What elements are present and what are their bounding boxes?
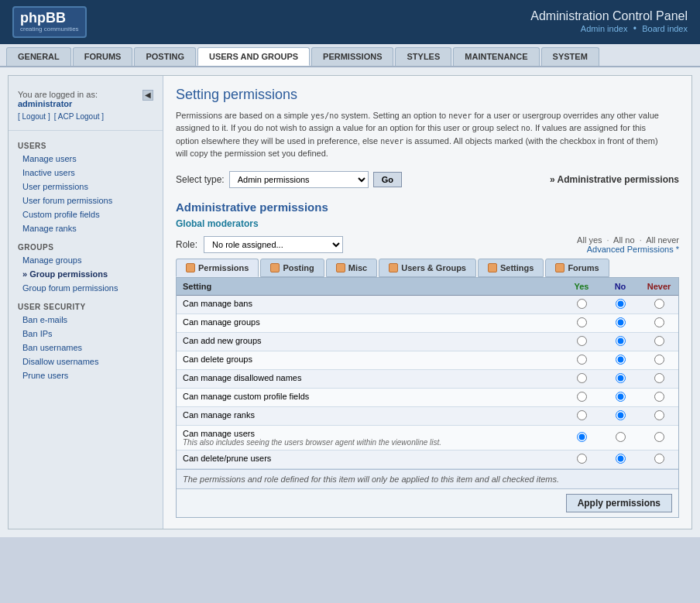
advanced-permissions-link[interactable]: Advanced Permissions * — [587, 245, 679, 254]
select-type-select[interactable]: Admin permissions User permissions Forum… — [229, 171, 369, 188]
perm-label: Can add new groups — [177, 332, 562, 351]
nav-tab-system[interactable]: SYSTEM — [541, 47, 599, 66]
subsection-title: Global moderators — [176, 218, 679, 229]
perm-radio-never — [640, 425, 678, 450]
nav-tab-users-and-groups[interactable]: USERS AND GROUPS — [197, 47, 310, 66]
tab-icon-users-groups — [389, 263, 398, 272]
sidebar-link-user-forum-permissions[interactable]: User forum permissions — [9, 194, 163, 207]
radio-yes-4[interactable] — [577, 373, 587, 383]
radio-no-2[interactable] — [616, 336, 626, 346]
sidebar-link-ban-e-mails[interactable]: Ban e-mails — [9, 313, 163, 327]
go-button[interactable]: Go — [373, 172, 402, 187]
sidebar-section-title-users: USERS — [9, 137, 163, 152]
radio-no-3[interactable] — [616, 355, 626, 365]
all-yes-link[interactable]: All yes — [577, 235, 602, 245]
table-row: Can manage bans — [177, 295, 678, 313]
content-area: You are logged in as: administrator [ Lo… — [8, 75, 692, 529]
radio-never-3[interactable] — [654, 355, 664, 365]
perm-radio-no — [601, 295, 640, 313]
nav-tab-posting[interactable]: POSTING — [134, 47, 196, 66]
perm-radio-no — [601, 425, 640, 450]
radio-yes-5[interactable] — [577, 392, 587, 402]
perm-radio-no — [601, 313, 640, 332]
perm-radio-yes — [562, 332, 601, 351]
sidebar-link-ban-ips[interactable]: Ban IPs — [9, 327, 163, 341]
tab-icon-misc — [336, 263, 345, 272]
select-type-left: Select type: Admin permissions User perm… — [176, 171, 402, 188]
nav-tab-styles[interactable]: STYLES — [395, 47, 451, 66]
radio-yes-3[interactable] — [577, 355, 587, 365]
sidebar-link-manage-users[interactable]: Manage users — [9, 152, 163, 166]
sidebar-link-user-permissions[interactable]: User permissions — [9, 180, 163, 194]
table-row: Can delete/prune users — [177, 450, 678, 468]
perm-tab-settings[interactable]: Settings — [478, 259, 544, 277]
role-select[interactable]: No role assigned... — [204, 236, 343, 253]
perm-radio-yes — [562, 388, 601, 406]
radio-yes-7[interactable] — [577, 432, 587, 442]
perm-radio-never — [640, 406, 678, 425]
sidebar-section-title-groups: GROUPS — [9, 238, 163, 253]
sidebar-link-prune-users[interactable]: Prune users — [9, 368, 163, 382]
header: phpBBcreating communities Administration… — [0, 0, 700, 44]
nav-tab-forums[interactable]: FORUMS — [73, 47, 133, 66]
radio-never-4[interactable] — [654, 373, 664, 383]
nav-tab-maintenance[interactable]: MAINTENANCE — [453, 47, 539, 66]
perm-tab-users-groups[interactable]: Users & Groups — [379, 259, 476, 277]
radio-never-7[interactable] — [654, 432, 664, 442]
radio-no-7[interactable] — [616, 432, 626, 442]
perm-tab-label-misc: Misc — [348, 263, 367, 272]
nav-tabs: GENERALFORUMSPOSTINGUSERS AND GROUPSPERM… — [0, 44, 700, 67]
radio-never-0[interactable] — [654, 299, 664, 309]
sidebar-link-custom-profile-fields[interactable]: Custom profile fields — [9, 207, 163, 221]
radio-no-5[interactable] — [616, 392, 626, 402]
all-no-link[interactable]: All no — [613, 235, 635, 245]
sidebar-link-group-permissions[interactable]: Group permissions — [9, 267, 163, 281]
admin-index-link[interactable]: Admin index — [581, 24, 628, 33]
tab-icon-settings — [488, 263, 497, 272]
radio-never-1[interactable] — [654, 317, 664, 327]
perm-radio-no — [601, 388, 640, 406]
sidebar-link-manage-groups[interactable]: Manage groups — [9, 253, 163, 267]
sidebar-collapse-btn[interactable]: ◀ — [142, 90, 153, 101]
sidebar-link-group-forum-permissions[interactable]: Group forum permissions — [9, 281, 163, 295]
all-never-link[interactable]: All never — [646, 235, 679, 245]
radio-yes-6[interactable] — [577, 410, 587, 420]
nav-tab-general[interactable]: GENERAL — [6, 47, 71, 66]
radio-no-4[interactable] — [616, 373, 626, 383]
perm-radio-yes — [562, 425, 601, 450]
radio-no-6[interactable] — [616, 410, 626, 420]
col-yes: Yes — [562, 278, 601, 296]
sidebar-link-manage-ranks[interactable]: Manage ranks — [9, 221, 163, 235]
logout-link[interactable]: [ Logout ] — [18, 112, 50, 121]
radio-never-6[interactable] — [654, 410, 664, 420]
perm-tab-posting[interactable]: Posting — [260, 259, 324, 277]
administrative-permissions-link[interactable]: » Administrative permissions — [550, 174, 679, 185]
perm-radio-yes — [562, 406, 601, 425]
radio-yes-2[interactable] — [577, 336, 587, 346]
perm-radio-no — [601, 369, 640, 388]
perm-tab-misc[interactable]: Misc — [326, 259, 377, 277]
perm-label: Can delete groups — [177, 351, 562, 369]
perm-tab-permissions[interactable]: Permissions — [176, 259, 259, 277]
table-row: Can manage custom profile fields — [177, 388, 678, 406]
board-index-link[interactable]: Board index — [642, 24, 688, 33]
role-left: Role: No role assigned... — [176, 236, 343, 253]
radio-never-8[interactable] — [654, 454, 664, 464]
sidebar-link-inactive-users[interactable]: Inactive users — [9, 166, 163, 180]
table-row: Can delete groups — [177, 351, 678, 369]
sidebar-link-ban-usernames[interactable]: Ban usernames — [9, 341, 163, 355]
perm-radio-yes — [562, 313, 601, 332]
apply-permissions-button[interactable]: Apply permissions — [566, 494, 672, 512]
perm-tab-forums[interactable]: Forums — [545, 259, 609, 277]
nav-tab-permissions[interactable]: PERMISSIONS — [311, 47, 393, 66]
radio-no-0[interactable] — [616, 299, 626, 309]
radio-never-5[interactable] — [654, 392, 664, 402]
radio-no-1[interactable] — [616, 317, 626, 327]
radio-yes-1[interactable] — [577, 317, 587, 327]
radio-no-8[interactable] — [616, 454, 626, 464]
radio-yes-8[interactable] — [577, 454, 587, 464]
radio-yes-0[interactable] — [577, 299, 587, 309]
sidebar-link-disallow-usernames[interactable]: Disallow usernames — [9, 355, 163, 368]
radio-never-2[interactable] — [654, 336, 664, 346]
acp-logout-link[interactable]: [ ACP Logout ] — [54, 112, 104, 121]
